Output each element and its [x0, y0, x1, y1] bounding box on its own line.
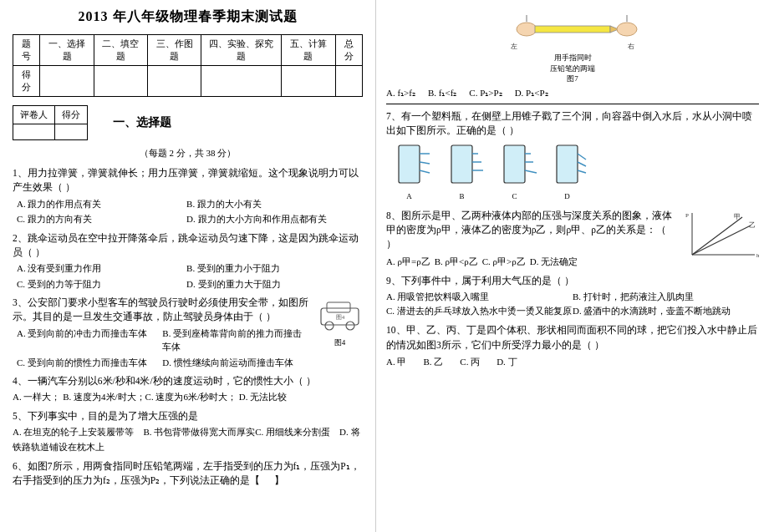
score-header-2: 二、填空题 — [94, 35, 147, 66]
score-header-5: 五、计算题 — [282, 35, 335, 66]
q4-opt-a: A. 一样大； — [13, 392, 60, 402]
svg-text:左: 左 — [511, 43, 517, 50]
svg-line-16 — [420, 170, 430, 173]
svg-rect-13 — [399, 145, 420, 183]
q2-opt-a: A. 没有受到重力作用 — [13, 261, 181, 276]
svg-line-35 — [692, 225, 751, 255]
q2-options: A. 没有受到重力作用 B. 受到的重力小于阻力 C. 受到的力等于阻力 D. … — [13, 261, 363, 291]
question-1: 1、用力拉弹簧，弹簧就伸长；用力压弹簧，弹簧就缩短。这个现象说明力可以产生效果（… — [13, 166, 363, 226]
evaluator-col-1: 得分 — [55, 106, 88, 124]
q2-opt-d: D. 受到的重力大于阻力 — [182, 277, 350, 291]
q4-options: A. 一样大； B. 速度为4米/时大；C. 速度为6米/秒时大； D. 无法比… — [13, 390, 363, 404]
q10-opt-a: A. 甲 — [386, 355, 406, 369]
svg-text:甲: 甲 — [734, 213, 741, 220]
question-5: 5、下列事实中，目的是为了增大压强的是 A. 在坦克的轮子上安装履带等 B. 书… — [13, 409, 363, 454]
score-header-1: 一、选择题 — [40, 35, 94, 66]
q5-options: A. 在坦克的轮子上安装履带等 B. 书包背带做得宽大而厚实C. 用细线来分割蛋… — [13, 425, 363, 454]
q6-opt-d: D. P₁<P₂ — [515, 88, 548, 99]
score-row-0: 得分 — [13, 66, 40, 97]
q7-fig-d: D — [544, 141, 590, 203]
q7-fig-c-svg — [491, 141, 537, 191]
section-subtitle: （每题 2 分，共 38 分） — [13, 147, 363, 160]
q6-text: 6、如图7所示，用两食指同时压铅笔两端，左手指受到的压力为f₁，压强为P₁，右手… — [13, 461, 360, 485]
question-2: 2、跳伞运动员在空中拉开降落伞后，跳伞运动员匀速下降，这是因为跳伞运动员（ ） … — [13, 231, 363, 291]
evaluator-val-1 — [55, 124, 88, 140]
question-9: 9、下列事件中，属于利用大气压的是（ ） A. 用吸管把饮料吸入嘴里 B. 打针… — [386, 274, 759, 317]
q9-text: 9、下列事件中，属于利用大气压的是（ ） — [386, 276, 574, 286]
q7-figures: A B C — [386, 141, 759, 203]
q7-label-c: C — [512, 191, 517, 203]
right-panel: 左 右 用手指同时压铅笔的两端图7 A. f₁>f₂ B. f₁<f₂ C. P… — [376, 0, 769, 532]
q1-text: 1、用力拉弹簧，弹簧就伸长；用力压弹簧，弹簧就缩短。这个现象说明力可以产生效果（… — [13, 168, 359, 192]
fig4-label: 图4 图4 — [317, 296, 363, 348]
svg-line-15 — [420, 162, 430, 164]
q3-opt-b: B. 受到座椅靠背向前的推力而撞击车体 — [158, 327, 302, 354]
q10-opt-c: C. 丙 — [460, 355, 480, 369]
score-row-3 — [148, 66, 201, 97]
left-panel: 2013 年八年级物理春季期末测试题 题号 一、选择题 二、填空题 三、作图题 … — [0, 0, 376, 532]
score-row-4 — [201, 66, 282, 97]
svg-point-5 — [517, 23, 537, 36]
score-row-6 — [335, 66, 363, 97]
score-table: 题号 一、选择题 二、填空题 三、作图题 四、实验、探究题 五、计算题 总分 得… — [13, 34, 363, 97]
q7-fig-b-svg — [439, 141, 485, 191]
evaluator-row: 评卷人 得分 一、选择题 — [13, 105, 363, 140]
svg-rect-21 — [504, 145, 525, 183]
q9-opt-d: D. 盛酒中的水滴跳时，壶盖不断地跳动 — [573, 304, 759, 318]
q6-opt-a: A. f₁>f₂ — [386, 88, 415, 99]
q1-opt-a: A. 跟力的作用点有关 — [13, 197, 181, 211]
evaluator-val-0 — [13, 124, 55, 140]
q1-opt-c: C. 跟力的方向有关 — [13, 212, 181, 226]
q10-options: A. 甲 B. 乙 C. 丙 D. 丁 — [386, 355, 759, 369]
q7-label-d: D — [564, 191, 570, 203]
q1-opt-b: B. 跟力的大小有关 — [182, 197, 350, 211]
q6-opt-c: C. P₁>P₂ — [469, 88, 502, 99]
q7-fig-d-svg — [544, 141, 590, 191]
q8-text-block: 8、图所示是甲、乙两种液体内部的压强与深度关系的图象，液体甲的密度为ρ甲，液体乙… — [386, 209, 677, 268]
q7-fig-a-svg — [386, 141, 432, 191]
q8-graph-svg: h/m P 甲 乙 — [684, 209, 759, 263]
q8-opt-c: C. ρ甲>ρ乙 — [482, 255, 526, 269]
q8-opt-b: B. ρ甲<ρ乙 — [435, 255, 478, 269]
q2-opt-c: C. 受到的力等于阻力 — [13, 277, 181, 291]
score-header-6: 总分 — [335, 35, 363, 66]
svg-text:h/m: h/m — [756, 252, 759, 259]
q9-options: A. 用吸管把饮料吸入嘴里 B. 打针时，把药液注入肌肉里 C. 潜进去的乒乓球… — [386, 290, 759, 317]
q8-text: 8、图所示是甲、乙两种液体内部的压强与深度关系的图象，液体甲的密度为ρ甲，液体乙… — [386, 210, 672, 250]
fig4-car-svg: 图4 — [317, 296, 363, 333]
q3-options: A. 受到向前的冲击力而撞击车体 B. 受到座椅靠背向前的推力而撞击车体 C. … — [13, 327, 313, 370]
score-row-2 — [94, 66, 147, 97]
q9-opt-c: C. 潜进去的乒乓球放入热水中烫一烫又能复原 — [386, 304, 573, 318]
q7-fig-b: B — [439, 141, 485, 203]
q8-opt-d: D. 无法确定 — [530, 255, 578, 269]
svg-text:图4: 图4 — [336, 314, 345, 321]
score-row-5 — [282, 66, 335, 97]
pencil-figure-svg: 左 右 — [506, 7, 639, 53]
svg-text:P: P — [685, 212, 689, 219]
q4-text: 4、一辆汽车分别以6米/秒和4米/秒的速度运动时，它的惯性大小（ ） — [13, 376, 316, 386]
score-header-4: 四、实验、探究题 — [201, 35, 282, 66]
q5-text: 5、下列事实中，目的是为了增大压强的是 — [13, 411, 198, 421]
svg-text:乙: 乙 — [749, 221, 756, 229]
score-header-0: 题号 — [13, 35, 40, 66]
svg-point-8 — [617, 23, 637, 36]
svg-point-3 — [346, 322, 354, 330]
q7-label-a: A — [406, 191, 412, 203]
q3-opt-d: D. 惯性继续向前运动而撞击车体 — [158, 356, 302, 370]
q7-fig-c: C — [491, 141, 537, 203]
q10-opt-d: D. 丁 — [497, 355, 517, 369]
q2-text: 2、跳伞运动员在空中拉开降落伞后，跳伞运动员匀速下降，这是因为跳伞运动员（ ） — [13, 233, 359, 257]
q3-text: 3、公安部门要求小型客车的驾驶员行驶时必须使用安全带，如图所示。其目的是一旦发生… — [13, 297, 308, 322]
svg-point-2 — [325, 322, 334, 330]
fig7-desc: 用手指同时压铅笔的两端图7 — [550, 53, 595, 84]
evaluator-table: 评卷人 得分 — [13, 105, 88, 140]
question-10: 10、甲、乙、丙、丁是四个体积、形状相同而面积不同的球，把它们投入水中静止后的情… — [386, 323, 759, 368]
q9-opt-b: B. 打针时，把药液注入肌肉里 — [573, 290, 759, 304]
q6-opt-b: B. f₁<f₂ — [428, 88, 456, 99]
q4-opt-b: B. 速度为4米/时大；C. 速度为6米/秒时大； — [63, 392, 237, 402]
q10-opt-b: B. 乙 — [423, 355, 443, 369]
q8-opt-a: A. ρ甲=ρ乙 — [386, 255, 430, 269]
q10-text: 10、甲、乙、丙、丁是四个体积、形状相同而面积不同的球，把它们投入水中静止后的情… — [386, 325, 757, 349]
q9-opt-a: A. 用吸管把饮料吸入嘴里 — [386, 290, 573, 304]
svg-rect-25 — [557, 145, 578, 183]
